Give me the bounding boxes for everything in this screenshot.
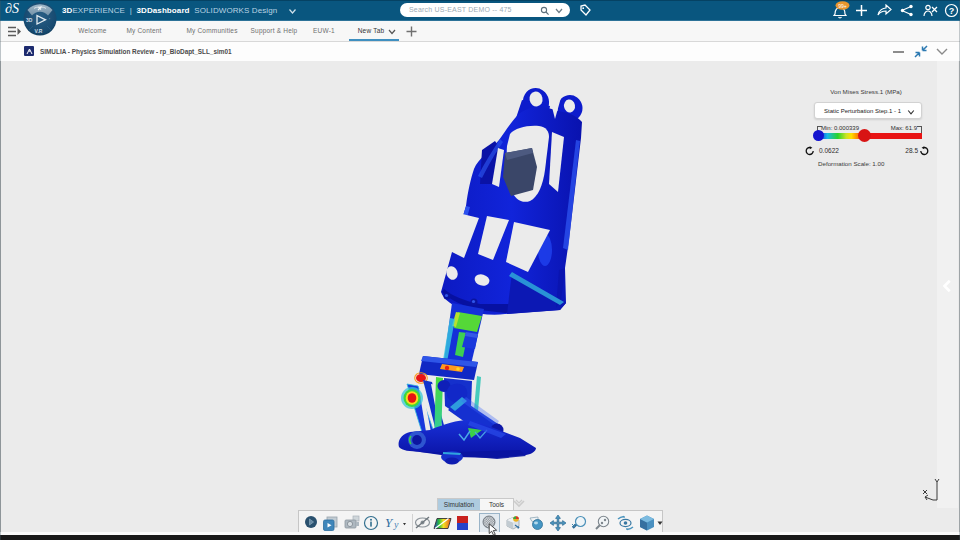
svg-text:?: ?	[949, 6, 955, 16]
svg-text:y: y	[393, 519, 399, 530]
svg-text:3D: 3D	[26, 17, 33, 23]
svg-text:V.R: V.R	[35, 28, 43, 34]
svg-text:ʹ: ʹ	[49, 17, 50, 23]
svg-text:Y: Y	[385, 515, 394, 530]
svg-text:99+: 99+	[838, 3, 847, 9]
